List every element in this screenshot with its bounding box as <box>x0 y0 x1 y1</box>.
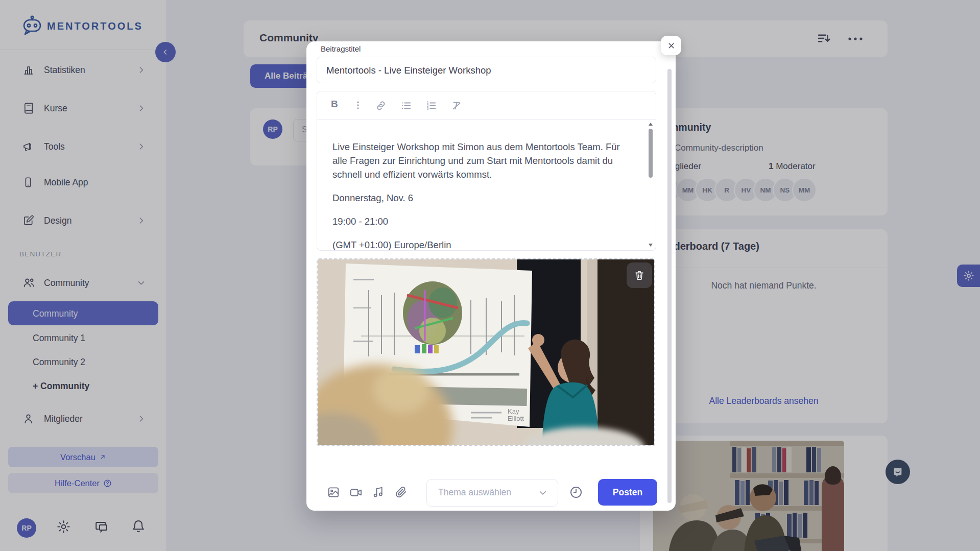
modal-close-button[interactable] <box>661 36 681 55</box>
more-vertical-icon[interactable] <box>353 100 363 110</box>
svg-text:Kay: Kay <box>508 408 519 415</box>
post-body-paragraph: (GMT +01:00) Europe/Berlin <box>332 238 632 250</box>
modal-scrollbar[interactable] <box>667 69 672 503</box>
editor-content[interactable]: Live Einsteiger Workshop mit Simon aus d… <box>317 119 656 250</box>
post-body-paragraph: Live Einsteiger Workshop mit Simon aus d… <box>332 140 632 181</box>
music-icon[interactable] <box>372 486 385 499</box>
create-post-modal: Beitragstitel B 123 <box>306 41 676 511</box>
chevron-down-icon <box>538 488 547 497</box>
post-submit-button[interactable]: Posten <box>598 479 657 506</box>
delete-image-button[interactable] <box>627 262 652 288</box>
app-screen: MENTORTOOLS Statistiken Kurse Tools Mobi… <box>0 0 980 551</box>
topic-select[interactable]: Thema auswählen <box>426 479 558 507</box>
rich-text-editor: B 123 Live Einsteiger <box>317 91 656 251</box>
workshop-photo: Kay Elliott <box>318 259 654 445</box>
post-body-paragraph: Donnerstag, Nov. 6 <box>332 191 632 205</box>
clear-format-icon[interactable] <box>451 100 462 111</box>
post-title-field[interactable] <box>317 57 656 83</box>
ordered-list-icon[interactable]: 123 <box>425 100 437 111</box>
video-icon[interactable] <box>349 486 363 499</box>
bold-icon[interactable]: B <box>331 99 338 110</box>
image-icon[interactable] <box>327 486 340 499</box>
svg-text:Elliott: Elliott <box>508 415 524 422</box>
post-title-label: Beitragstitel <box>321 44 361 53</box>
bullet-list-icon[interactable] <box>400 100 412 111</box>
svg-text:3: 3 <box>427 107 429 110</box>
link-icon[interactable] <box>375 100 387 111</box>
editor-toolbar: B 123 <box>317 91 656 119</box>
topic-select-placeholder: Thema auswählen <box>438 487 511 498</box>
trash-icon <box>634 270 645 281</box>
close-icon <box>667 41 676 50</box>
editor-scroll-thumb[interactable] <box>649 129 653 178</box>
scroll-down-icon[interactable] <box>648 243 654 248</box>
scroll-up-icon[interactable] <box>648 122 654 127</box>
post-attached-image: Kay Elliott <box>317 258 655 446</box>
editor-scrollbar[interactable] <box>648 122 654 248</box>
paperclip-icon[interactable] <box>394 486 408 499</box>
post-body-paragraph: 19:00 - 21:00 <box>332 214 632 228</box>
clock-icon[interactable] <box>569 485 583 499</box>
post-title-input[interactable] <box>325 57 644 84</box>
